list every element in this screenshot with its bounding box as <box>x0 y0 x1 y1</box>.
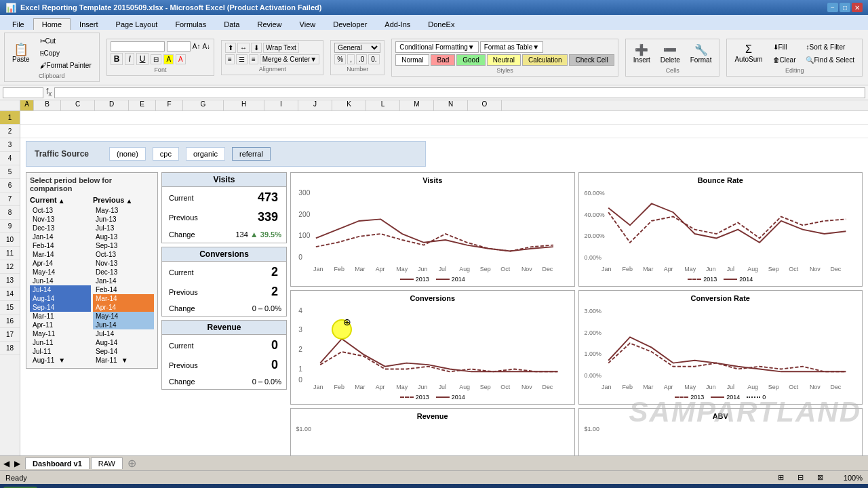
style-neutral[interactable]: Neutral <box>487 54 521 66</box>
period-current-item-12[interactable]: Sep-14 <box>30 303 91 312</box>
row-15-header[interactable]: 15 <box>0 301 20 314</box>
tab-doneex[interactable]: DoneEx <box>419 18 463 30</box>
period-prev-item-12[interactable]: Apr-14 <box>93 303 154 312</box>
period-prev-item-9[interactable]: Jan-14 <box>93 277 154 285</box>
row-14-header[interactable]: 14 <box>0 287 20 301</box>
tab-home[interactable]: Home <box>33 18 71 30</box>
fill-button[interactable]: ⬇ Fill <box>769 41 800 53</box>
tab-view[interactable]: View <box>291 18 325 30</box>
period-prev-item-16[interactable]: Aug-14 <box>93 338 154 347</box>
paste-button[interactable]: 📋 Paste <box>8 41 34 65</box>
autosum-button[interactable]: Σ AutoSum <box>730 41 766 66</box>
sheet-tab-raw[interactable]: RAW <box>91 458 123 469</box>
style-normal[interactable]: Normal <box>395 54 429 66</box>
col-b-header[interactable]: B <box>34 100 61 110</box>
period-current-item-17[interactable]: Jul-11 <box>30 347 91 356</box>
col-l-header[interactable]: L <box>366 100 400 110</box>
col-a-header[interactable]: A <box>20 100 34 110</box>
row-6-header[interactable]: 6 <box>0 179 20 192</box>
font-size-input[interactable]: 11 <box>167 41 191 52</box>
copy-button[interactable]: ⎘ Copy <box>36 47 64 59</box>
align-right-button[interactable]: ≡ <box>249 54 258 64</box>
tab-review[interactable]: Review <box>248 18 290 30</box>
col-e-header[interactable]: E <box>129 100 156 110</box>
col-c-header[interactable]: C <box>61 100 95 110</box>
col-g-header[interactable]: G <box>183 100 224 110</box>
period-prev-item-14[interactable]: Jun-14 <box>93 321 154 329</box>
col-n-header[interactable]: N <box>434 100 468 110</box>
col-d-header[interactable]: D <box>95 100 129 110</box>
find-select-button[interactable]: 🔍 Find & Select <box>802 54 858 66</box>
period-current-item-13[interactable]: Mar-11 <box>30 312 91 321</box>
period-prev-item-18[interactable]: Mar-11 <box>93 356 120 365</box>
increase-decimal-button[interactable]: .0 <box>356 54 367 64</box>
formula-input[interactable] <box>54 87 865 98</box>
row-11-header[interactable]: 11 <box>0 247 20 260</box>
period-current-item-18[interactable]: Aug-11 <box>30 356 57 365</box>
conditional-formatting-button[interactable]: Conditional Formatting▼ <box>395 41 479 53</box>
bold-button[interactable]: B <box>111 53 123 65</box>
insert-button[interactable]: ➕ Insert <box>629 41 654 66</box>
row-3-header[interactable]: 3 <box>0 138 20 152</box>
delete-button[interactable]: ➖ Delete <box>656 41 684 66</box>
period-prev-item-1[interactable]: May-13 <box>93 206 154 215</box>
period-current-item-8[interactable]: May-14 <box>30 268 91 277</box>
font-name-input[interactable]: Calibri <box>111 41 165 52</box>
shrink-icon[interactable]: A↓ <box>202 43 210 50</box>
tab-formulas[interactable]: Formulas <box>166 18 215 30</box>
format-as-table-button[interactable]: Format as Table▼ <box>480 41 543 53</box>
previous-scroll-down[interactable]: ▼ <box>121 357 128 364</box>
row-1-header[interactable]: 1 <box>0 111 20 125</box>
wrap-text-button[interactable]: Wrap Text <box>263 43 299 53</box>
row-17-header[interactable]: 17 <box>0 328 20 342</box>
period-current-item-16[interactable]: Jun-11 <box>30 338 91 347</box>
percent-button[interactable]: % <box>334 54 346 64</box>
style-calc[interactable]: Calculation <box>522 54 568 66</box>
col-j-header[interactable]: J <box>298 100 332 110</box>
period-current-item-14[interactable]: Apr-11 <box>30 321 91 329</box>
align-center-button[interactable]: ☰ <box>236 54 248 64</box>
period-prev-item-11[interactable]: Mar-14 <box>93 294 154 303</box>
col-o-header[interactable]: O <box>468 100 502 110</box>
row-4-header[interactable]: 4 <box>0 152 20 165</box>
row-8-header[interactable]: 8 <box>0 206 20 220</box>
col-f-header[interactable]: F <box>156 100 183 110</box>
style-good[interactable]: Good <box>456 54 485 66</box>
period-current-item-11[interactable]: Aug-14 <box>30 294 91 303</box>
period-current-item-2[interactable]: Nov-13 <box>30 215 91 224</box>
row-12-header[interactable]: 12 <box>0 260 20 274</box>
period-prev-item-3[interactable]: Jul-13 <box>93 224 154 232</box>
format-painter-button[interactable]: 🖌 Format Painter <box>36 60 96 71</box>
period-prev-item-6[interactable]: Oct-13 <box>93 250 154 259</box>
tab-insert[interactable]: Insert <box>71 18 107 30</box>
status-view-normal[interactable]: ⊞ <box>778 473 784 482</box>
period-current-item-3[interactable]: Dec-13 <box>30 224 91 232</box>
clear-button[interactable]: 🗑 Clear <box>769 54 800 66</box>
row-13-header[interactable]: 13 <box>0 274 20 287</box>
period-current-item-4[interactable]: Jan-14 <box>30 232 91 241</box>
tab-developer[interactable]: Developer <box>324 18 376 30</box>
cell-reference-input[interactable]: A1 <box>3 87 43 98</box>
align-bottom-button[interactable]: ⬇ <box>251 43 262 53</box>
col-k-header[interactable]: K <box>332 100 366 110</box>
align-left-button[interactable]: ≡ <box>225 54 235 64</box>
merge-center-button[interactable]: Merge & Center▼ <box>260 54 320 64</box>
tab-page-layout[interactable]: Page Layout <box>107 18 167 30</box>
period-current-item-10[interactable]: Jul-14 <box>30 285 91 294</box>
period-prev-item-17[interactable]: Sep-14 <box>93 347 154 356</box>
sort-filter-button[interactable]: ↕ Sort & Filter <box>802 41 858 53</box>
period-prev-item-13[interactable]: May-14 <box>93 312 154 321</box>
period-current-item-1[interactable]: Oct-13 <box>30 206 91 215</box>
sheet-tab-dashboard[interactable]: Dashboard v1 <box>25 458 90 469</box>
number-format-select[interactable]: General <box>334 43 380 53</box>
grow-icon[interactable]: A↑ <box>193 43 201 50</box>
row-7-header[interactable]: 7 <box>0 192 20 206</box>
traffic-option-referral[interactable]: referral <box>232 147 271 161</box>
period-prev-item-15[interactable]: Jul-14 <box>93 329 154 338</box>
row-16-header[interactable]: 16 <box>0 314 20 328</box>
period-prev-item-7[interactable]: Nov-13 <box>93 259 154 268</box>
row-5-header[interactable]: 5 <box>0 165 20 179</box>
row-2-header[interactable]: 2 <box>0 125 20 138</box>
status-view-layout[interactable]: ⊟ <box>797 473 804 482</box>
period-current-item-7[interactable]: Apr-14 <box>30 259 91 268</box>
